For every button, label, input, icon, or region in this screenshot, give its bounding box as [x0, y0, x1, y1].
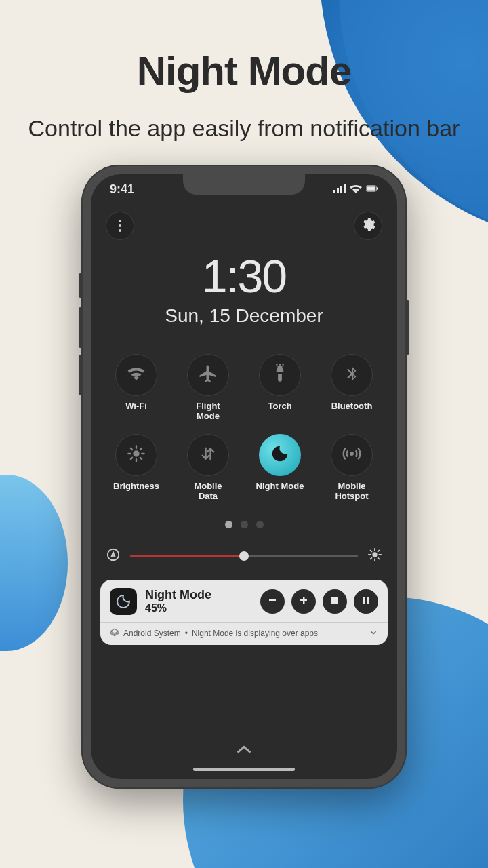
qs-label: Wi-Fi	[125, 401, 147, 412]
clock-date: Sun, 15 December	[91, 305, 397, 327]
hotspot-icon	[342, 444, 361, 466]
dot	[241, 521, 248, 528]
phone-notch	[183, 174, 305, 195]
page-indicator[interactable]	[91, 521, 397, 528]
slider-fill	[130, 555, 244, 557]
statusbar-time: 9:41	[110, 182, 134, 197]
brightness-slider[interactable]	[130, 555, 358, 557]
notification-card[interactable]: Night Mode 45% Android System • Night Mo…	[100, 580, 388, 645]
bullet: •	[185, 629, 188, 638]
phone-mockup: 9:41 1:30 Sun, 15 December	[81, 165, 407, 789]
moon-icon	[270, 443, 290, 467]
settings-button[interactable]	[354, 212, 382, 240]
auto-brightness-icon[interactable]	[106, 547, 121, 565]
phone-side-button	[79, 273, 82, 298]
pause-icon	[361, 595, 371, 608]
increase-button[interactable]	[291, 589, 316, 614]
dot	[225, 521, 232, 528]
qs-label: Bluetooth	[331, 401, 373, 412]
more-icon	[119, 220, 121, 232]
phone-side-button	[79, 307, 82, 348]
mobile-data-icon	[199, 444, 218, 466]
stop-icon	[330, 595, 340, 608]
battery-icon	[366, 182, 378, 197]
clock-time: 1:30	[91, 250, 397, 302]
wifi-icon	[126, 363, 146, 387]
home-indicator[interactable]	[193, 768, 295, 771]
layers-icon	[110, 628, 119, 639]
svg-point-3	[133, 450, 139, 456]
svg-rect-1	[367, 186, 375, 191]
svg-point-4	[350, 452, 354, 456]
plus-icon	[298, 595, 309, 608]
notif-footer-msg: Night Mode is displaying over apps	[192, 629, 318, 638]
chevron-up-icon[interactable]	[235, 743, 253, 758]
qs-flight-mode[interactable]	[187, 354, 229, 396]
brightness-icon	[127, 444, 146, 466]
notif-value: 45%	[145, 602, 252, 614]
qs-mobile-hotspot[interactable]	[331, 434, 373, 476]
app-icon	[110, 588, 137, 615]
pause-button[interactable]	[354, 589, 378, 614]
airplane-icon	[198, 363, 218, 387]
qs-night-mode[interactable]	[259, 434, 301, 476]
page-subtitle: Control the app easily from notification…	[28, 113, 460, 143]
qs-label: FlightMode	[196, 401, 220, 422]
minus-icon	[267, 595, 278, 608]
bluetooth-icon	[343, 365, 361, 385]
svg-rect-2	[377, 187, 378, 189]
wifi-icon	[350, 182, 362, 197]
qs-mobile-data[interactable]	[187, 434, 229, 476]
phone-screen: 9:41 1:30 Sun, 15 December	[91, 174, 397, 779]
phone-side-button	[406, 300, 409, 355]
svg-point-6	[372, 552, 377, 557]
stop-button[interactable]	[323, 589, 347, 614]
svg-rect-12	[367, 597, 369, 604]
decrease-button[interactable]	[260, 589, 285, 614]
page-title: Night Mode	[137, 47, 352, 94]
qs-label: MobileHotspot	[335, 481, 368, 502]
qs-label: MobileData	[194, 481, 222, 502]
svg-rect-7	[269, 599, 276, 601]
slider-thumb[interactable]	[239, 551, 249, 561]
qs-wifi[interactable]	[115, 354, 157, 396]
svg-rect-11	[363, 597, 366, 604]
signal-icon	[333, 182, 346, 197]
chevron-down-icon[interactable]	[369, 628, 378, 639]
qs-brightness[interactable]	[115, 434, 157, 476]
torch-icon	[270, 364, 289, 386]
notif-footer-source: Android System	[123, 629, 181, 638]
qs-bluetooth[interactable]	[331, 354, 373, 396]
qs-label: Brightness	[113, 481, 159, 492]
qs-torch[interactable]	[259, 354, 301, 396]
phone-side-button	[79, 355, 82, 395]
qs-label: Torch	[268, 401, 291, 412]
svg-rect-10	[331, 597, 338, 604]
qs-label: Night Mode	[256, 481, 304, 492]
brightness-max-icon	[367, 547, 382, 565]
dot	[256, 521, 264, 528]
gear-icon	[361, 217, 375, 235]
notif-title: Night Mode	[145, 588, 252, 602]
svg-rect-9	[303, 597, 305, 604]
more-button[interactable]	[106, 212, 134, 240]
